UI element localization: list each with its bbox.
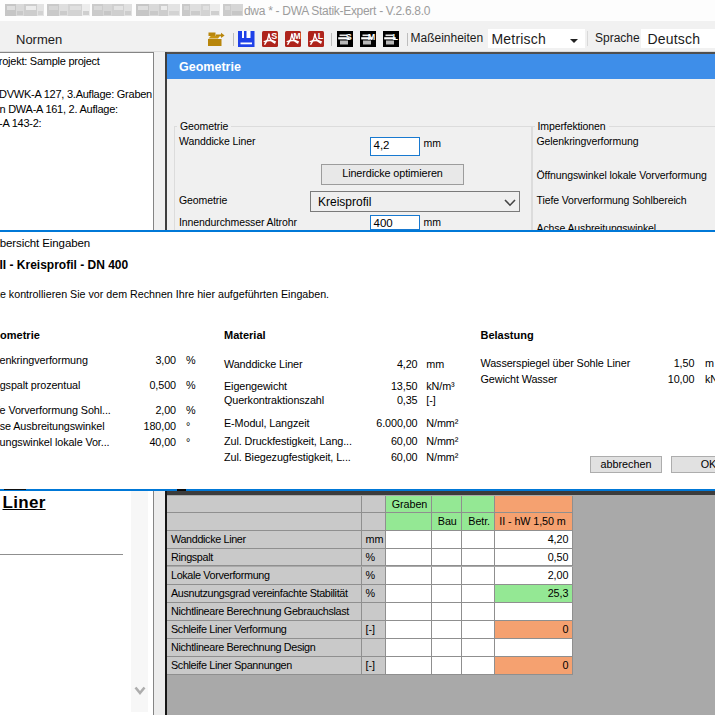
svg-text:S: S	[271, 31, 277, 41]
svg-text:L: L	[392, 32, 398, 42]
svg-text:S: S	[345, 32, 351, 42]
svg-text:L: L	[317, 31, 323, 41]
svg-text:M: M	[293, 31, 301, 41]
svg-text:M: M	[367, 32, 375, 42]
